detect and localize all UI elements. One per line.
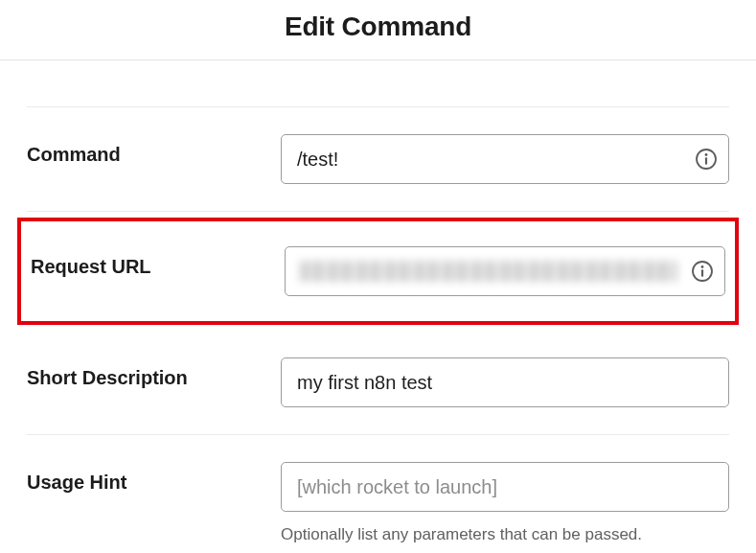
label-short-description: Short Description	[27, 357, 281, 389]
label-command: Command	[27, 134, 281, 166]
form-container: Command Request URL	[0, 60, 756, 553]
short-description-input[interactable]	[281, 357, 729, 407]
svg-point-4	[701, 265, 704, 268]
usage-hint-help: Optionally list any parameters that can …	[281, 525, 729, 544]
command-input-wrap	[281, 134, 729, 184]
row-short-description: Short Description	[27, 331, 729, 435]
page-title: Edit Command	[0, 12, 756, 42]
page-header: Edit Command	[0, 0, 756, 59]
usage-hint-input-wrap	[281, 462, 729, 512]
info-icon[interactable]	[691, 260, 714, 283]
info-icon[interactable]	[695, 148, 718, 171]
short-description-input-wrap	[281, 357, 729, 407]
row-usage-hint: Usage Hint Optionally list any parameter…	[27, 435, 729, 553]
label-usage-hint: Usage Hint	[27, 462, 281, 494]
svg-rect-2	[705, 157, 707, 165]
svg-point-1	[705, 153, 708, 156]
row-command: Command	[27, 106, 729, 212]
request-url-input-wrap	[285, 246, 725, 296]
request-url-input[interactable]	[285, 246, 725, 296]
svg-rect-5	[701, 269, 703, 277]
label-request-url: Request URL	[31, 246, 285, 278]
command-input[interactable]	[281, 134, 729, 184]
row-request-url: Request URL	[17, 218, 739, 325]
usage-hint-input[interactable]	[281, 462, 729, 512]
